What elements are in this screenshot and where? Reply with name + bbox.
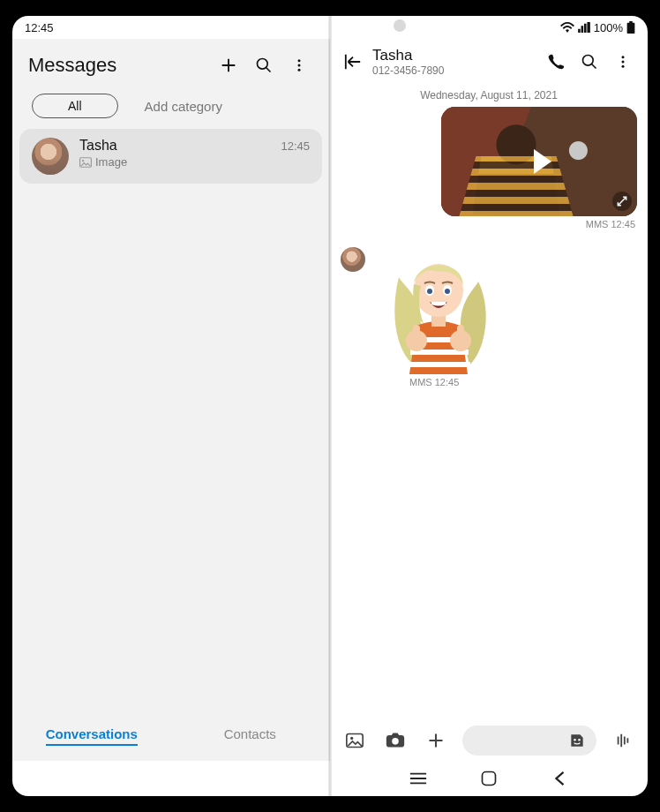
category-filter-row: All Add category [12,85,329,129]
message-area[interactable]: MMS 12:45 [330,107,648,718]
more-vertical-icon [615,54,631,70]
video-attachment[interactable] [441,107,637,216]
incoming-message: MMS 12:45 [341,242,637,387]
svg-rect-12 [409,362,470,367]
svg-point-7 [622,56,625,59]
svg-point-21 [427,289,432,294]
date-separator: Wednesday, August 11, 2021 [330,82,648,107]
tab-contacts[interactable]: Contacts [171,726,330,741]
thread-contact-number: 012-3456-7890 [372,64,444,77]
chevron-left-icon [553,771,566,786]
conversation-time: 12:45 [281,139,310,153]
plus-icon [427,732,445,749]
voice-input-button[interactable] [609,726,637,755]
device-frame: 12:45 100% Messages [0,0,660,812]
svg-point-3 [298,69,301,71]
bottom-tabs: Conversations Contacts [12,712,329,761]
status-battery-text: 100% [594,21,623,34]
svg-point-9 [622,65,625,68]
camera-button[interactable] [381,726,409,755]
search-icon [255,56,273,74]
system-nav-bar [330,761,648,796]
svg-point-28 [578,739,581,741]
back-nav-button[interactable] [545,764,574,793]
add-category-link[interactable]: Add category [145,99,222,114]
status-bar: 12:45 100% [12,16,648,39]
system-nav-row [12,761,648,796]
status-time: 12:45 [25,21,54,34]
svg-point-0 [258,59,268,70]
svg-point-1 [298,59,301,62]
svg-point-22 [445,289,450,294]
sticker-attachment[interactable] [372,242,505,374]
expand-icon[interactable] [612,192,632,211]
thread-contact-name: Tasha [372,48,444,64]
call-button[interactable] [542,48,570,76]
image-icon [79,157,92,168]
svg-rect-14 [413,325,420,339]
page-title: Messages [28,54,207,77]
recents-button[interactable] [404,764,432,793]
gallery-icon [346,733,364,748]
camera-icon [386,733,405,748]
svg-point-6 [583,56,594,66]
svg-point-2 [298,64,301,67]
avatar [32,138,69,175]
thread-pane: Tasha 012-3456-7890 Wednesday, August 11… [330,39,648,761]
split-panes: Messages All Add category [12,39,648,761]
outgoing-meta: MMS 12:45 [441,216,637,229]
conversation-preview: Image [79,155,270,169]
svg-point-5 [82,160,84,162]
back-button[interactable] [339,48,367,76]
screen: 12:45 100% Messages [12,16,648,796]
filter-all-pill[interactable]: All [32,94,118,118]
incoming-meta: MMS 12:45 [372,374,505,387]
compose-button[interactable] [214,51,243,79]
thread-search-button[interactable] [575,48,604,76]
svg-point-26 [392,738,399,745]
conversation-name: Tasha [79,138,270,154]
svg-point-24 [350,737,353,740]
conversation-item[interactable]: Tasha Image 12:45 [19,129,322,184]
recents-icon [409,771,427,786]
svg-rect-16 [457,325,464,339]
waveform-icon [613,733,633,748]
home-button[interactable] [475,764,503,793]
svg-point-27 [574,739,576,741]
conversation-list-pane: Messages All Add category [12,39,330,761]
tab-conversations[interactable]: Conversations [12,726,171,741]
sticker-picker-icon[interactable] [568,732,586,749]
list-header: Messages [12,39,329,85]
search-button[interactable] [250,51,278,79]
play-icon [534,149,551,174]
battery-icon [626,21,635,34]
thread-more-button[interactable] [609,48,637,76]
attach-more-button[interactable] [422,726,450,755]
phone-icon [547,53,565,71]
compose-bar [330,718,648,761]
conversation-preview-text: Image [95,155,127,169]
camera-notch [394,19,406,32]
message-input[interactable] [462,726,596,756]
outgoing-message: MMS 12:45 [341,107,637,229]
more-vertical-icon [291,57,307,73]
wifi-icon [560,22,574,33]
thread-header: Tasha 012-3456-7890 [330,39,648,82]
svg-point-8 [622,61,625,64]
gallery-button[interactable] [341,726,369,755]
more-options-button[interactable] [285,51,313,79]
svg-rect-29 [483,772,496,786]
back-to-list-icon [343,53,363,71]
signal-icon [578,22,590,33]
home-icon [480,770,498,787]
sender-avatar[interactable] [341,247,365,272]
search-icon [581,53,598,71]
